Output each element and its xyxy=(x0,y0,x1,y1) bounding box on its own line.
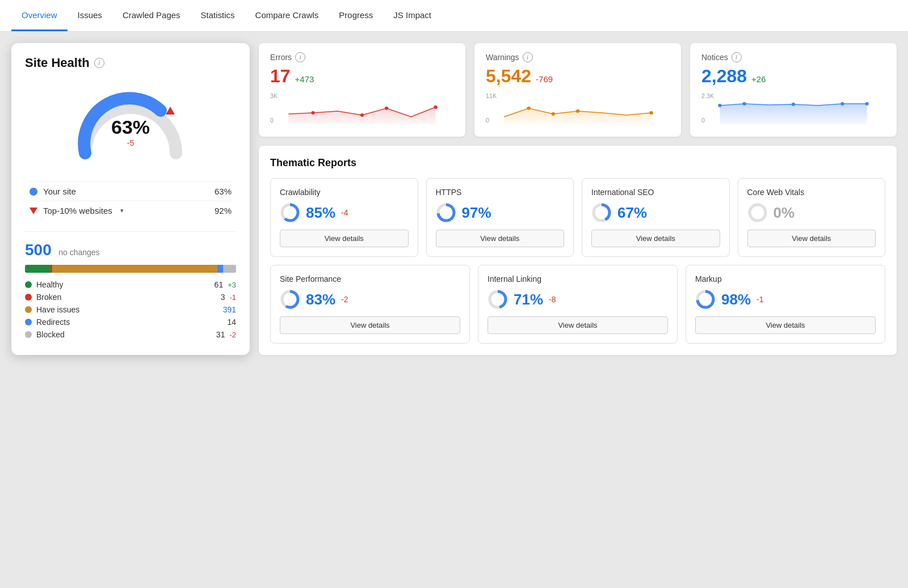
site-health-title: Site Health i xyxy=(25,56,236,70)
label-broken: Broken xyxy=(36,293,216,302)
change-healthy: +3 xyxy=(228,281,236,289)
view-details-markup[interactable]: View details xyxy=(695,316,876,334)
report-name-https: HTTPS xyxy=(436,188,565,197)
metric-value-row-errors: 17 +473 xyxy=(270,66,454,87)
report-card-international-seo: International SEO 67% View details xyxy=(582,178,730,257)
report-name-core-web-vitals: Core Web Vitals xyxy=(747,188,876,197)
report-delta-site-performance: -2 xyxy=(341,295,348,304)
stat-healthy: Healthy 61 +3 xyxy=(25,278,236,291)
nav-bar: Overview Issues Crawled Pages Statistics… xyxy=(0,0,908,32)
view-details-site-performance[interactable]: View details xyxy=(280,316,460,334)
nav-item-js-impact[interactable]: JS Impact xyxy=(383,0,442,31)
nav-item-crawled-pages[interactable]: Crawled Pages xyxy=(112,0,191,31)
bar-redirects xyxy=(217,265,223,273)
info-icon[interactable]: i xyxy=(94,58,104,68)
bar-issues xyxy=(52,265,217,273)
svg-text:0: 0 xyxy=(270,117,274,124)
report-score-row-internal-linking: 71% -8 xyxy=(487,289,668,310)
metric-value-row-warnings: 5,542 -769 xyxy=(486,66,670,87)
donut-icon-core-web-vitals xyxy=(747,202,768,223)
metric-card-errors: Errors i 17 +473 3 xyxy=(259,43,465,137)
view-details-crawlability[interactable]: View details xyxy=(280,230,409,247)
report-name-international-seo: International SEO xyxy=(591,188,720,197)
metric-delta-warnings: -769 xyxy=(536,74,553,84)
nav-item-overview[interactable]: Overview xyxy=(11,0,68,31)
top-row: Site Health i 63% -5 xyxy=(11,43,897,355)
dot-healthy xyxy=(25,281,32,288)
svg-marker-22 xyxy=(720,104,867,124)
nav-item-issues[interactable]: Issues xyxy=(68,0,112,31)
top10-icon xyxy=(30,208,37,214)
bar-blocked xyxy=(223,265,236,273)
report-score-row-crawlability: 85% -4 xyxy=(280,202,409,223)
thematic-reports-title: Thematic Reports xyxy=(270,157,885,169)
metric-delta-notices: +26 xyxy=(751,74,766,84)
report-card-markup: Markup 98% -1 View details xyxy=(686,265,885,344)
nav-item-statistics[interactable]: Statistics xyxy=(191,0,245,31)
svg-text:0: 0 xyxy=(486,117,489,124)
report-score-row-markup: 98% -1 xyxy=(695,289,876,310)
donut-icon-crawlability xyxy=(280,202,300,223)
value-blocked: 31 xyxy=(216,330,225,339)
view-details-https[interactable]: View details xyxy=(436,230,565,247)
report-name-site-performance: Site Performance xyxy=(280,274,460,284)
value-broken: 3 xyxy=(221,293,225,302)
dot-broken xyxy=(25,294,32,301)
legend-row-your-site: Your site 63% xyxy=(30,181,232,201)
info-icon-errors[interactable]: i xyxy=(295,52,305,62)
metrics-row: Errors i 17 +473 3 xyxy=(259,43,897,137)
gauge-percent: 63% xyxy=(111,116,150,138)
metric-label-warnings: Warnings xyxy=(486,53,519,62)
metric-header-warnings: Warnings i xyxy=(486,52,670,62)
your-site-value: 63% xyxy=(215,187,232,196)
report-score-international-seo: 67% xyxy=(617,204,647,222)
report-delta-markup: -1 xyxy=(756,295,763,304)
dot-blocked xyxy=(25,331,32,338)
metric-card-warnings: Warnings i 5,542 -769 xyxy=(474,43,681,137)
metric-label-notices: Notices xyxy=(701,53,728,62)
change-blocked: -2 xyxy=(229,331,236,339)
report-card-internal-linking: Internal Linking 71% -8 View details xyxy=(478,265,678,344)
site-health-label: Site Health xyxy=(25,56,90,70)
label-issues: Have issues xyxy=(36,305,218,314)
your-site-dot xyxy=(30,188,37,196)
view-details-international-seo[interactable]: View details xyxy=(591,230,720,247)
crawled-progress-bar xyxy=(25,265,236,273)
metric-card-notices: Notices i 2,288 +26 xyxy=(690,43,897,137)
report-score-row-https: 97% xyxy=(436,202,565,223)
report-score-row-international-seo: 67% xyxy=(591,202,720,223)
value-issues: 391 xyxy=(223,305,236,314)
view-details-internal-linking[interactable]: View details xyxy=(487,316,668,334)
metric-delta-errors: +473 xyxy=(295,74,314,84)
report-name-markup: Markup xyxy=(695,274,876,284)
view-details-core-web-vitals[interactable]: View details xyxy=(747,230,876,247)
svg-text:3K: 3K xyxy=(270,93,278,99)
stat-issues: Have issues 391 xyxy=(25,303,236,316)
label-healthy: Healthy xyxy=(36,280,210,289)
gauge-legend: Your site 63% Top-10% websites ▾ 92% xyxy=(25,181,236,220)
info-icon-notices[interactable]: i xyxy=(732,52,742,62)
chevron-down-icon[interactable]: ▾ xyxy=(120,207,124,214)
label-blocked: Blocked xyxy=(36,330,212,339)
right-side: Errors i 17 +473 3 xyxy=(259,43,897,355)
stat-redirects: Redirects 14 xyxy=(25,316,236,328)
metric-header-notices: Notices i xyxy=(701,52,885,62)
report-score-row-site-performance: 83% -2 xyxy=(280,289,460,310)
reports-grid-top: Crawlability 85% -4 View details xyxy=(270,178,885,257)
change-broken: -1 xyxy=(229,293,236,302)
info-icon-warnings[interactable]: i xyxy=(523,52,533,62)
report-card-https: HTTPS 97% View details xyxy=(426,178,574,257)
donut-icon-international-seo xyxy=(591,202,612,223)
nav-item-progress[interactable]: Progress xyxy=(329,0,383,31)
report-score-internal-linking: 71% xyxy=(514,291,543,308)
your-site-label: Your site xyxy=(43,187,76,196)
top10-value: 92% xyxy=(215,206,232,215)
metric-label-errors: Errors xyxy=(270,53,292,62)
metric-value-notices: 2,288 xyxy=(701,66,747,87)
nav-item-compare-crawls[interactable]: Compare Crawls xyxy=(245,0,329,31)
label-redirects: Redirects xyxy=(36,318,222,327)
metric-header-errors: Errors i xyxy=(270,52,454,62)
report-name-internal-linking: Internal Linking xyxy=(487,274,668,284)
page-stats: Healthy 61 +3 Broken 3 -1 Have issues 39… xyxy=(25,278,236,341)
main-content: Site Health i 63% -5 xyxy=(0,32,908,378)
